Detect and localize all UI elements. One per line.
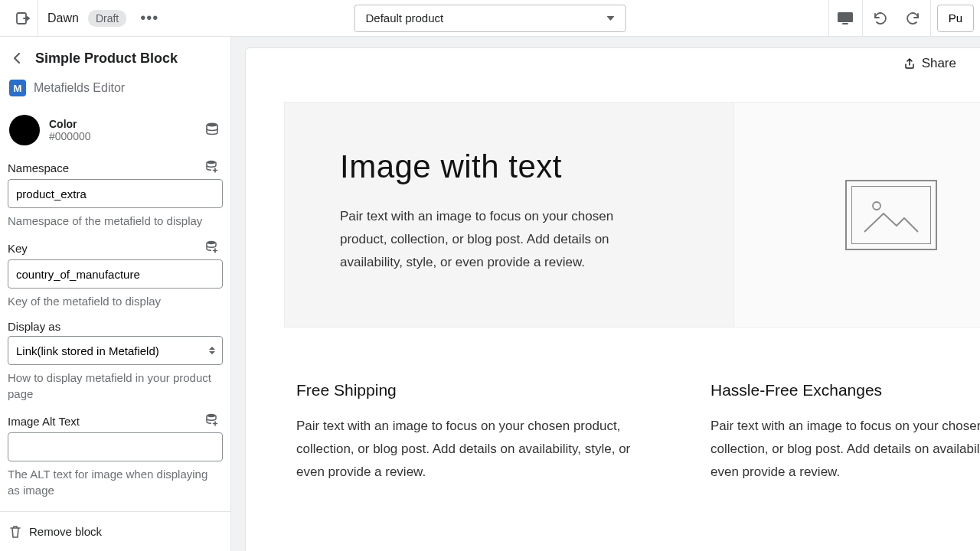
namespace-input[interactable]	[8, 179, 223, 208]
template-select[interactable]: Default product	[354, 5, 626, 32]
key-input[interactable]	[8, 259, 223, 289]
key-label: Key	[8, 242, 28, 255]
sidebar-app-row: M Metafields Editor	[0, 75, 230, 109]
database-plus-icon	[204, 159, 220, 174]
exit-editor-button[interactable]	[6, 0, 38, 37]
chevron-left-icon	[12, 51, 21, 65]
column-body: Pair text with an image to focus on your…	[296, 415, 634, 483]
database-icon	[204, 122, 220, 137]
image-with-text-body: Pair text with an image to focus on your…	[340, 205, 616, 273]
sidebar-header: Simple Product Block	[0, 37, 230, 75]
share-button[interactable]: Share	[903, 56, 956, 71]
column-2: Hassle-Free Exchanges Pair text with an …	[710, 381, 980, 483]
topbar-left: Dawn Draft •••	[0, 0, 163, 37]
template-select-label: Default product	[366, 11, 444, 24]
svg-point-7	[873, 202, 880, 210]
dynamic-source-button[interactable]	[204, 240, 221, 256]
svg-point-4	[207, 161, 216, 164]
image-placeholder-icon	[845, 180, 937, 250]
color-swatch	[9, 115, 40, 145]
column-heading: Hassle-Free Exchanges	[710, 381, 980, 399]
redo-button[interactable]	[897, 0, 930, 37]
topbar: Dawn Draft ••• Default product Pu	[0, 0, 980, 37]
key-help: Key of the metafield to display	[8, 293, 223, 309]
namespace-label: Namespace	[8, 161, 69, 174]
redo-icon	[906, 11, 921, 26]
app-badge: M	[9, 80, 26, 96]
image-with-text-section: Image with text Pair text with an image …	[284, 102, 980, 328]
publish-button[interactable]: Pu	[937, 5, 974, 32]
color-label: Color	[49, 118, 195, 130]
database-plus-icon	[204, 240, 220, 255]
preview-area: Share Image with text Pair text with an …	[231, 37, 980, 551]
undo-redo-group	[862, 0, 931, 36]
svg-point-5	[207, 241, 216, 244]
svg-point-6	[207, 414, 216, 417]
database-plus-icon	[204, 412, 220, 428]
block-title: Simple Product Block	[35, 51, 178, 67]
namespace-field: Namespace Namespace of the metafield to …	[8, 159, 223, 229]
alt-text-field: Image Alt Text The ALT text for image wh…	[8, 412, 223, 498]
image-with-text-content: Image with text Pair text with an image …	[285, 103, 733, 327]
chevron-down-icon	[607, 16, 615, 21]
sidebar-scroll: Color #000000 Namespace Namespace of the…	[0, 109, 230, 551]
display-as-select[interactable]: Link(link stored in Metafield)	[8, 336, 223, 365]
multicolumn-section: Free Shipping Pair text with an image to…	[296, 381, 980, 483]
app-name: Metafields Editor	[34, 81, 125, 95]
preview-canvas: Share Image with text Pair text with an …	[245, 47, 980, 551]
trash-icon	[9, 525, 21, 539]
color-setting[interactable]: Color #000000	[8, 109, 223, 159]
key-field: Key Key of the metafield to display	[8, 240, 223, 309]
svg-rect-2	[842, 23, 848, 24]
alt-text-help: The ALT text for image when displaying a…	[8, 466, 223, 498]
share-icon	[903, 57, 916, 70]
topbar-center: Default product	[354, 5, 626, 32]
remove-block-label: Remove block	[29, 525, 102, 538]
viewport-toggle-button[interactable]	[828, 0, 862, 37]
undo-button[interactable]	[863, 0, 897, 37]
display-as-help: How to display metafield in your product…	[8, 370, 223, 402]
desktop-icon	[837, 11, 854, 25]
display-as-field: Display as Link(link stored in Metafield…	[8, 320, 223, 402]
sidebar: Simple Product Block M Metafields Editor…	[0, 37, 231, 551]
draft-badge: Draft	[88, 10, 126, 27]
exit-icon	[15, 11, 30, 26]
remove-block-button[interactable]: Remove block	[0, 511, 230, 551]
column-heading: Free Shipping	[296, 381, 634, 399]
alt-text-label: Image Alt Text	[8, 415, 80, 428]
more-actions-button[interactable]: •••	[136, 9, 163, 27]
alt-text-input[interactable]	[8, 432, 223, 461]
namespace-help: Namespace of the metafield to display	[8, 213, 223, 229]
undo-icon	[872, 11, 887, 26]
main: Simple Product Block M Metafields Editor…	[0, 37, 980, 551]
dynamic-source-button[interactable]	[204, 159, 221, 176]
share-label: Share	[922, 56, 956, 71]
column-1: Free Shipping Pair text with an image to…	[296, 381, 634, 483]
svg-rect-1	[838, 12, 853, 22]
topbar-right: Pu	[828, 0, 980, 36]
theme-name: Dawn	[47, 11, 79, 25]
dynamic-source-button[interactable]	[204, 412, 221, 429]
back-button[interactable]	[6, 47, 28, 69]
dynamic-source-button[interactable]	[204, 122, 221, 139]
svg-point-3	[207, 123, 217, 127]
image-with-text-media	[733, 103, 980, 327]
color-value: #000000	[49, 130, 195, 142]
column-body: Pair text with an image to focus on your…	[710, 415, 980, 483]
color-meta: Color #000000	[49, 118, 195, 142]
image-with-text-heading: Image with text	[340, 148, 703, 185]
display-as-label: Display as	[8, 320, 60, 333]
